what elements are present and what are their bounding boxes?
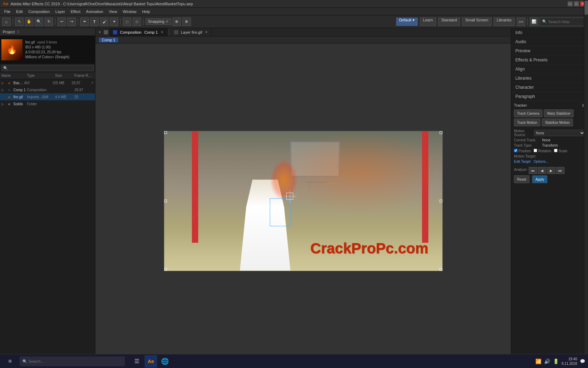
track-camera-btn[interactable]: Track Camera	[514, 109, 542, 117]
analyze-fwd-all[interactable]: ⏭	[556, 167, 564, 174]
workspace-libraries[interactable]: Libraries	[494, 18, 515, 26]
menu-window[interactable]: Window	[120, 9, 139, 14]
file-expand-solids: ▷	[1, 102, 6, 106]
maximize-button[interactable]: □	[574, 1, 579, 6]
reset-btn[interactable]: Reset	[514, 175, 529, 183]
taskbar-search-input[interactable]	[20, 356, 125, 366]
mask-tool[interactable]: ◇	[133, 18, 141, 26]
viewer[interactable]: CrackProPc.com	[95, 44, 511, 358]
stabilize-motion-btn[interactable]: Stabilize Motion	[542, 119, 573, 126]
menu-file[interactable]: File	[1, 9, 13, 14]
text-tool[interactable]: T	[90, 18, 99, 26]
taskbar-apps: ☰ Ae 🌐	[131, 355, 171, 368]
corner-handle-bl[interactable]	[164, 268, 167, 271]
file-basketb[interactable]: ▷ ■ Basketb...mp4 AVI 155 MB 29,97 ↗	[0, 79, 95, 86]
undo-btn[interactable]: ↩	[58, 18, 66, 26]
corner-handle-mr[interactable]	[440, 200, 442, 202]
right-panel-character[interactable]: Character	[511, 83, 588, 92]
rotation-checkbox[interactable]	[534, 149, 537, 152]
right-panel-audio[interactable]: Audio	[511, 37, 588, 46]
right-panel-effects-presets[interactable]: Effects & Presets	[511, 55, 588, 65]
corner-handle-br[interactable]	[440, 268, 442, 271]
right-panel-libraries[interactable]: Libraries	[511, 74, 588, 83]
titlebar: Ae Adobe After Effects CC 2019 - C:\User…	[0, 0, 588, 8]
warp-stabilizer-btn[interactable]: Warp Stabilizer	[544, 109, 574, 117]
workspace-more[interactable]: >>	[517, 18, 525, 26]
preview-dimensions: 853 x 480 (1.00)	[25, 45, 69, 50]
analyze-back[interactable]: ◀	[538, 167, 546, 174]
workspace-small-screen[interactable]: Small Screen	[462, 18, 491, 26]
workspace-default[interactable]: Default ▾	[396, 18, 418, 26]
fire-icon: 🔥	[7, 45, 17, 55]
minimize-button[interactable]: —	[568, 1, 573, 6]
comp-name-badge[interactable]: Comp 1	[99, 38, 118, 42]
project-search-input[interactable]	[1, 65, 94, 71]
corner-handle-tr[interactable]	[440, 131, 442, 134]
file-type-comp1: Composition	[27, 88, 55, 92]
fire-overlay	[275, 131, 442, 215]
tab-close-icon[interactable]: ✕	[95, 28, 104, 36]
menu-layer[interactable]: Layer	[53, 9, 68, 14]
snap-extra[interactable]: ⊗	[182, 18, 191, 26]
zoom-tool[interactable]: 🔍	[35, 18, 43, 26]
comp-tab-layer[interactable]: Layer fire.gif ✕	[171, 28, 212, 36]
start-button[interactable]: ⊞	[3, 356, 17, 367]
menu-view[interactable]: View	[106, 9, 120, 14]
brush-tool[interactable]: 🖌	[100, 18, 108, 26]
search-help-input[interactable]	[548, 20, 583, 24]
network-icon: 📶	[535, 359, 541, 364]
file-expand-comp1: ▷	[1, 88, 6, 92]
left-panel: Project ☰ 🔥 fire.gif used 3 times 853 x …	[0, 28, 95, 368]
file-comp1[interactable]: ▷ ■ Comp 1 Composition 29,97	[0, 86, 95, 93]
redo-btn[interactable]: ↪	[67, 18, 76, 26]
corner-handle-ml[interactable]	[164, 200, 167, 202]
pen-tool[interactable]: ✒	[80, 18, 89, 26]
right-panel-paragraph[interactable]: Paragraph	[511, 92, 588, 101]
comp-tab-close-1[interactable]: ✕	[161, 30, 163, 34]
workspace-learn[interactable]: Learn	[420, 18, 436, 26]
right-panel-preview[interactable]: Preview	[511, 46, 588, 55]
motion-source-select[interactable]: None	[534, 130, 585, 136]
taskbar-time-value: 19:40	[562, 357, 577, 361]
clone-tool[interactable]: ✦	[110, 18, 118, 26]
workspace-standard[interactable]: Standard	[438, 18, 460, 26]
project-options-icon[interactable]: ☰	[17, 30, 20, 34]
home-btn[interactable]: ⌂	[2, 18, 11, 26]
file-icon-comp1: ■	[6, 87, 12, 93]
analyze-back-all[interactable]: ⏮	[529, 167, 537, 174]
scale-checkbox[interactable]	[554, 149, 557, 152]
project-columns: Name Type Size Frame R...	[0, 72, 95, 79]
file-solids[interactable]: ▷ ■ Solids Folder	[0, 100, 95, 107]
taskbar-app-chrome[interactable]: 🌐	[159, 355, 171, 368]
menu-composition[interactable]: Composition	[26, 9, 53, 14]
ae-taskbar-icon: Ae	[148, 359, 154, 364]
edit-target-link[interactable]: Edit Target	[514, 160, 531, 163]
shape-tool[interactable]: □	[123, 18, 131, 26]
menu-effect[interactable]: Effect	[68, 9, 83, 14]
selection-tool[interactable]: ↖	[15, 18, 24, 26]
apply-btn[interactable]: Apply	[532, 175, 547, 183]
menu-help[interactable]: Help	[139, 9, 153, 14]
options-link[interactable]: Options...	[534, 160, 549, 163]
snap-options[interactable]: ⊕	[173, 18, 181, 26]
right-panel-align[interactable]: Align	[511, 65, 588, 74]
info-panel-toggle[interactable]: 📊	[530, 18, 538, 26]
position-checkbox[interactable]	[514, 149, 517, 152]
taskbar-app-cortana[interactable]: ☰	[131, 355, 143, 368]
taskbar-app-ae[interactable]: Ae	[145, 355, 157, 368]
analyze-fwd[interactable]: ▶	[547, 167, 555, 174]
menu-animation[interactable]: Animation	[83, 9, 106, 14]
notification-icon[interactable]: 💬	[580, 359, 585, 364]
corner-handle-tl[interactable]	[164, 131, 167, 134]
comp-tab-comp1[interactable]: Composition Comp 1 ✕	[109, 28, 167, 36]
hand-tool[interactable]: ✋	[25, 18, 33, 26]
rotate-tool[interactable]: ↻	[45, 18, 53, 26]
snapping-toggle[interactable]: Snapping ✓	[146, 18, 171, 25]
track-motion-btn[interactable]: Track Motion	[514, 119, 540, 126]
right-panel-info[interactable]: Info	[511, 28, 588, 37]
layer-tab-close[interactable]: ✕	[205, 30, 208, 34]
menu-edit[interactable]: Edit	[13, 9, 26, 14]
file-firegif[interactable]: ■ fire.gif Importe...iStill 4.4 MB 25	[0, 93, 95, 100]
comp-tab-icon-1	[104, 30, 108, 34]
taskbar-time: 19:40 9.11.2018	[562, 357, 577, 366]
